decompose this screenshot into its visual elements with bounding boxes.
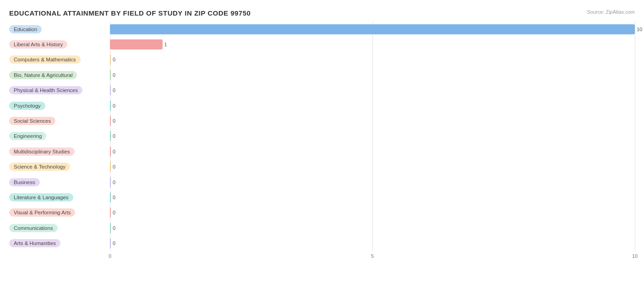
bar-fill: 0 <box>110 70 111 80</box>
x-tick-label: 10 <box>632 253 638 259</box>
bar-fill: 0 <box>110 192 111 202</box>
bar-row: Social Sciences0 <box>9 114 635 128</box>
bar-value-label: 1 <box>164 42 167 47</box>
bar-fill: 0 <box>110 101 111 111</box>
bar-value-label: 0 <box>113 240 115 246</box>
bar-row: Multidisciplinary Studies0 <box>9 144 635 159</box>
bars-section: Education10Liberal Arts & History1Comput… <box>9 22 635 251</box>
chart-area: Education10Liberal Arts & History1Comput… <box>9 22 635 265</box>
bar-fill: 0 <box>110 207 111 218</box>
bar-label-pill: Bio, Nature & Agricultural <box>9 71 77 79</box>
bar-fill: 0 <box>110 131 111 141</box>
bar-row: Business0 <box>9 175 635 190</box>
bar-label-pill: Multidisciplinary Studies <box>9 147 75 156</box>
bar-label-pill: Science & Technology <box>9 163 70 171</box>
bar-value-label: 0 <box>113 103 115 109</box>
bar-fill: 0 <box>110 162 111 172</box>
bar-value-label: 0 <box>113 133 115 139</box>
bar-row: Physical & Health Sciences0 <box>9 83 635 98</box>
x-tick-label: 5 <box>371 253 374 259</box>
bar-row: Arts & Humanities0 <box>9 236 635 251</box>
bar-value-label: 0 <box>113 180 115 185</box>
bar-value-label: 0 <box>113 164 115 169</box>
x-tick-label: 0 <box>109 253 111 259</box>
bar-fill: 0 <box>110 177 111 187</box>
bar-value-label: 0 <box>113 149 115 154</box>
bar-label-pill: Visual & Performing Arts <box>9 208 75 217</box>
bar-label-pill: Communications <box>9 224 58 232</box>
bar-row: Literature & Languages0 <box>9 190 635 205</box>
bar-label-pill: Liberal Arts & History <box>9 40 67 49</box>
bar-label-pill: Literature & Languages <box>9 193 73 202</box>
chart-title: EDUCATIONAL ATTAINMENT BY FIELD OF STUDY… <box>9 9 635 17</box>
bar-label-pill: Arts & Humanities <box>9 239 60 247</box>
bar-row: Engineering0 <box>9 129 635 143</box>
bar-fill: 10 <box>110 24 635 34</box>
bar-value-label: 0 <box>113 195 115 200</box>
bar-row: Communications0 <box>9 221 635 235</box>
bar-label-pill: Business <box>9 178 40 186</box>
bar-value-label: 0 <box>113 210 115 215</box>
bar-value-label: 0 <box>113 72 115 78</box>
bar-value-label: 0 <box>113 57 115 62</box>
grid-line <box>635 22 635 251</box>
bar-row: Liberal Arts & History1 <box>9 37 635 52</box>
bar-label-pill: Engineering <box>9 132 46 140</box>
bar-label-pill: Social Sciences <box>9 117 55 125</box>
bar-label-pill: Computers & Mathematics <box>9 55 81 64</box>
chart-container: EDUCATIONAL ATTAINMENT BY FIELD OF STUDY… <box>0 0 644 289</box>
bar-fill: 0 <box>110 238 111 248</box>
bar-row: Science & Technology0 <box>9 159 635 174</box>
bar-label-pill: Physical & Health Sciences <box>9 86 82 94</box>
bar-fill: 0 <box>110 55 111 65</box>
chart-source: Source: ZipAtlas.com <box>587 9 635 15</box>
bar-row: Visual & Performing Arts0 <box>9 205 635 220</box>
bar-label-pill: Education <box>9 25 42 33</box>
bar-row: Education10 <box>9 22 635 37</box>
bar-fill: 0 <box>110 223 111 233</box>
x-axis: 0510 <box>110 251 635 265</box>
bar-fill: 0 <box>110 147 111 157</box>
bar-value-label: 10 <box>637 27 642 32</box>
bar-row: Bio, Nature & Agricultural0 <box>9 68 635 82</box>
bar-value-label: 0 <box>113 225 115 231</box>
bar-value-label: 0 <box>113 118 115 124</box>
bar-row: Computers & Mathematics0 <box>9 52 635 67</box>
bar-label-pill: Psychology <box>9 102 45 110</box>
bar-fill: 1 <box>110 39 163 49</box>
bar-row: Psychology0 <box>9 98 635 113</box>
bar-fill: 0 <box>110 116 111 126</box>
bar-fill: 0 <box>110 85 111 95</box>
bar-value-label: 0 <box>113 87 115 93</box>
